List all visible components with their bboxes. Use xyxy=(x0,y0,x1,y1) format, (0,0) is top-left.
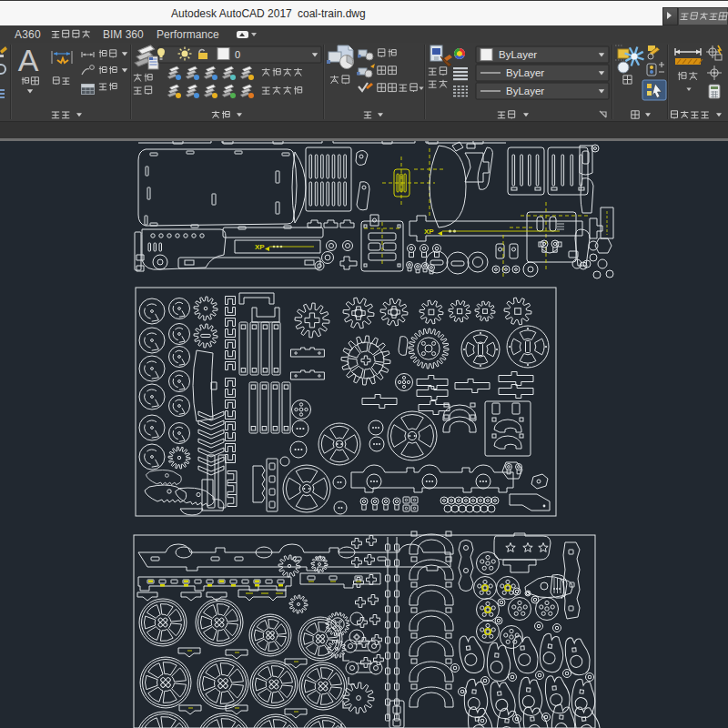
svg-text:ByLayer: ByLayer xyxy=(506,86,544,96)
svg-text:ByLayer: ByLayer xyxy=(499,49,537,60)
svg-text:XP: XP xyxy=(424,228,434,236)
svg-text:ByLayer: ByLayer xyxy=(506,67,544,78)
svg-text:XP: XP xyxy=(255,243,265,251)
svg-text:A: A xyxy=(18,43,39,77)
svg-text:0: 0 xyxy=(235,49,240,60)
